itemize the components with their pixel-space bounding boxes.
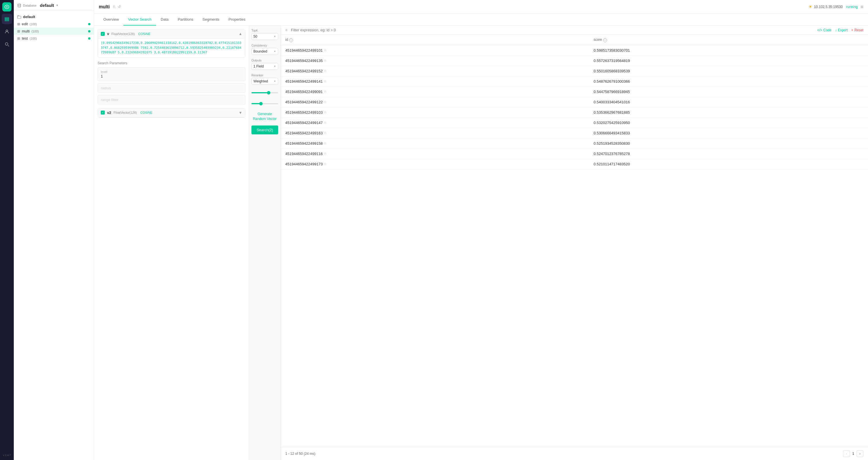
copy-collection-icon[interactable]: ⎘ <box>113 5 115 9</box>
consistency-select[interactable]: Bounded ▼ <box>251 48 278 55</box>
reranker-select[interactable]: Weighted ▼ <box>251 78 278 85</box>
cell-id-7: 451944659422499147 ⎘ <box>281 117 589 128</box>
radius-placeholder[interactable]: radius <box>101 86 242 90</box>
status-dot-edit <box>88 23 90 25</box>
copy-id-icon-2[interactable]: ⎘ <box>324 69 327 73</box>
tab-vector-search[interactable]: Vector Search <box>123 14 156 26</box>
table-header: id ⓘ score ⓘ <box>281 35 868 45</box>
cell-id-3: 451944659422499141 ⎘ <box>281 76 589 86</box>
copy-id-icon-1[interactable]: ⎘ <box>324 59 327 62</box>
data-table: id ⓘ score ⓘ 451944659422499101 ⎘ 0 <box>281 35 868 170</box>
vector-field-v-value[interactable]: [0.09542966549617238,0.20609020461318162… <box>101 41 242 55</box>
cell-score-4: 0.5447587966918945 <box>589 86 868 97</box>
cell-score-5: 0.5400333404541016 <box>589 97 868 107</box>
outputs-chevron: ▼ <box>274 65 276 68</box>
svg-point-5 <box>5 43 8 45</box>
vector-field-v-checkbox[interactable]: ✓ <box>101 32 105 36</box>
id-value-2: 451944659422499152 <box>285 69 322 73</box>
search-config-panel: ✓ v FloatVector(128) COSINE ▲ [0.0954296… <box>94 26 249 460</box>
copy-id-icon-6[interactable]: ⎘ <box>324 111 327 114</box>
sidebar-item-edit[interactable]: ⊞ edit (100) <box>14 20 94 28</box>
cell-id-0: 451944659422499101 ⎘ <box>281 45 589 55</box>
cell-score-11: 0.5210114717483520 <box>589 159 868 169</box>
cell-id-10: 451944659422499116 ⎘ <box>281 149 589 159</box>
collection-name: multi <box>99 4 110 9</box>
id-value-5: 451944659422499122 <box>285 100 322 104</box>
filter-icon[interactable]: ≡ <box>285 28 288 32</box>
refresh-collection-icon[interactable]: ↺ <box>118 5 121 9</box>
sidebar-item-multi[interactable]: ⊞ multi (100) <box>14 28 94 35</box>
outputs-select[interactable]: 1 Field ▼ <box>251 63 278 70</box>
nav-icon-search[interactable] <box>2 39 12 50</box>
outputs-group: Outputs 1 Field ▼ <box>251 59 278 70</box>
export-button[interactable]: ↓ Export <box>835 28 848 32</box>
tab-partitions[interactable]: Partitions <box>173 14 198 26</box>
slider-2-track[interactable] <box>251 103 278 104</box>
sidebar-item-count-edit: (100) <box>30 22 37 26</box>
nav-icon-users[interactable] <box>2 26 12 37</box>
id-value-3: 451944659422499141 <box>285 79 322 84</box>
vector-field-v-collapse[interactable]: ▲ <box>239 32 242 36</box>
current-page: 1 <box>852 452 854 456</box>
cell-score-2: 0.5501605868339539 <box>589 66 868 76</box>
copy-id-icon-0[interactable]: ⎘ <box>324 49 327 52</box>
range-filter-placeholder[interactable]: range filter <box>101 98 242 102</box>
slider-2-thumb[interactable] <box>259 102 262 105</box>
status-dot-test <box>88 37 90 40</box>
export-icon: ↓ <box>835 28 837 32</box>
tab-properties[interactable]: Properties <box>224 14 250 26</box>
search-button[interactable]: Search(2) <box>251 125 278 134</box>
copy-id-icon-9[interactable]: ⎘ <box>324 142 327 145</box>
vector-field-v2-name: v2 <box>107 111 111 115</box>
cell-score-7: 0.5320275425910950 <box>589 117 868 128</box>
db-chevron[interactable]: ▼ <box>56 4 59 7</box>
code-button[interactable]: </> Code <box>817 28 832 32</box>
copy-id-icon-5[interactable]: ⎘ <box>324 100 327 104</box>
vector-field-v2-collapse[interactable]: ▼ <box>239 111 242 115</box>
sun-icon: ☀ <box>808 4 812 9</box>
page-controls: ‹ 1 › <box>843 450 863 457</box>
generate-random-button[interactable]: GenerateRandom Vector <box>251 111 278 123</box>
svg-point-6 <box>18 4 21 5</box>
reset-button[interactable]: × Reset <box>851 28 863 32</box>
cell-score-9: 0.5251934528350830 <box>589 138 868 149</box>
score-info-icon[interactable]: ⓘ <box>603 38 607 42</box>
level-value[interactable]: 1 <box>101 74 242 79</box>
vector-field-v2-checkbox[interactable]: ✓ <box>101 111 105 115</box>
slider-1-thumb[interactable] <box>267 91 270 94</box>
tab-data[interactable]: Data <box>156 14 173 26</box>
db-tree: default ⊞ edit (100) ⊞ multi (100) ⊞ tes… <box>14 11 94 460</box>
table-row: 451944659422499103 ⎘ 0.5353662967681885 <box>281 107 868 117</box>
svg-rect-2 <box>5 19 9 20</box>
tab-overview[interactable]: Overview <box>99 14 123 26</box>
db-folder-default[interactable]: default <box>14 13 94 20</box>
sidebar-item-test[interactable]: ⊞ test (100) <box>14 35 94 42</box>
filter-input[interactable] <box>291 28 814 32</box>
copy-id-icon-3[interactable]: ⎘ <box>324 80 327 83</box>
vector-field-v-header: ✓ v FloatVector(128) COSINE ▲ <box>98 29 245 38</box>
table-row: 451944659422499158 ⎘ 0.5251934528350830 <box>281 138 868 149</box>
copy-id-icon-4[interactable]: ⎘ <box>324 90 327 93</box>
copy-id-icon-10[interactable]: ⎘ <box>324 152 327 155</box>
folder-icon <box>17 15 21 19</box>
disconnect-icon[interactable]: ⊠ <box>861 5 863 9</box>
cell-score-10: 0.5247012376785278 <box>589 149 868 159</box>
id-info-icon[interactable]: ⓘ <box>289 38 293 42</box>
db-name: default <box>40 3 54 8</box>
results-toolbar: ≡ </> Code ↓ Export × Reset <box>281 26 868 35</box>
id-value-7: 451944659422499147 <box>285 121 322 125</box>
tab-segments[interactable]: Segments <box>198 14 224 26</box>
id-value-9: 451944659422499158 <box>285 141 322 146</box>
prev-page-button[interactable]: ‹ <box>843 450 850 457</box>
copy-id-icon-8[interactable]: ⎘ <box>324 131 327 135</box>
copy-id-icon-7[interactable]: ⎘ <box>324 121 327 124</box>
id-value-6: 451944659422499103 <box>285 110 322 115</box>
cell-id-5: 451944659422499122 ⎘ <box>281 97 589 107</box>
server-info: ☀ 10.102.5.35:19530 running ⊠ <box>808 4 863 9</box>
copy-id-icon-11[interactable]: ⎘ <box>324 162 327 166</box>
slider-1-track[interactable] <box>251 92 278 93</box>
next-page-button[interactable]: › <box>857 450 863 457</box>
table-row: 451944659422499173 ⎘ 0.5210114717483520 <box>281 159 868 169</box>
topk-select[interactable]: 50 ▼ <box>251 33 278 40</box>
nav-icon-database[interactable] <box>2 14 12 24</box>
